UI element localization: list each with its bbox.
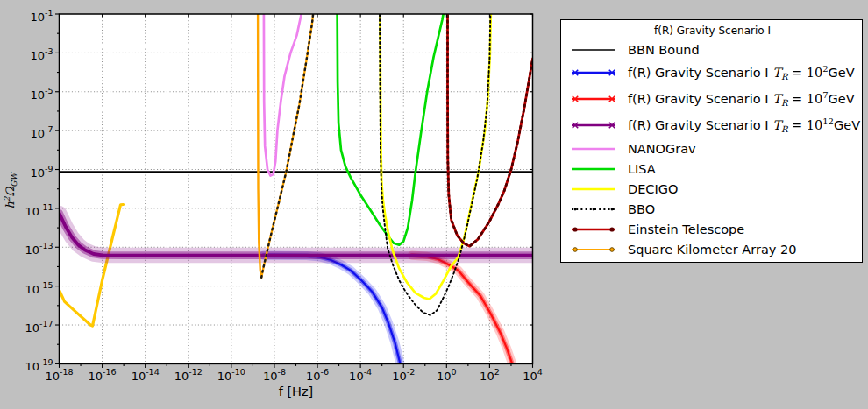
legend-sample-circline [568, 243, 619, 257]
legend-sample-xline [568, 66, 619, 80]
legend-marker [574, 208, 577, 210]
y-axis-label: h2ΩGW [3, 172, 18, 209]
legend-marker [611, 208, 614, 210]
legend-item-9: Square Kilometer Array 20 [568, 239, 857, 259]
plot-area [60, 14, 533, 363]
legend-item-label: DECIGO [628, 182, 678, 196]
legend-marker [593, 208, 595, 210]
legend-item-4: NANOGrav [568, 138, 857, 159]
legend-sample-dotline [568, 222, 619, 236]
legend-sample-dotted [568, 202, 619, 216]
x-tick-label: 10-14 [132, 367, 160, 383]
x-tick-label: 10-2 [392, 367, 415, 383]
figure: 10-1810-1610-1410-1210-1010-810-610-410-… [0, 0, 868, 409]
legend-entries: BBN Boundf(R) Gravity Scenario I TR = 10… [568, 39, 857, 259]
y-tick-label: 10-3 [30, 46, 53, 62]
y-tick-label: 10-5 [30, 86, 53, 102]
legend-item-0: BBN Bound [568, 39, 857, 60]
y-tick-label: 10-11 [25, 202, 53, 218]
legend-item-label: LISA [628, 162, 656, 176]
legend-item-label: Square Kilometer Array 20 [628, 243, 796, 257]
legend-item-6: DECIGO [568, 179, 857, 199]
legend-sample-xline [568, 92, 619, 106]
legend-sample-xline [568, 118, 619, 132]
x-tick-label: 10-10 [217, 367, 245, 383]
legend: f(R) Gravity Scenario I BBN Boundf(R) Gr… [560, 19, 863, 263]
y-tick-label: 10-9 [30, 164, 53, 180]
legend-item-label: f(R) Gravity Scenario I TR = 1012GeV [628, 116, 860, 134]
y-tick-label: 10-1 [30, 8, 53, 24]
legend-marker [573, 247, 578, 251]
legend-marker [609, 227, 614, 231]
legend-item-8: Einstein Telescope [568, 219, 857, 239]
legend-sample-line [568, 142, 619, 156]
x-tick-label: 10-8 [263, 367, 286, 383]
x-tick-label: 10-18 [45, 367, 73, 383]
x-tick-label: 104 [523, 367, 543, 383]
legend-item-7: BBO [568, 199, 857, 219]
legend-sample-line [568, 162, 619, 176]
legend-item-2: f(R) Gravity Scenario I TR = 107GeV [568, 86, 857, 112]
legend-item-5: LISA [568, 159, 857, 179]
y-tick-label: 10-17 [25, 319, 53, 335]
legend-item-label: BBN Bound [628, 43, 700, 57]
y-tick-label: 10-15 [25, 280, 53, 296]
x-tick-label: 10-12 [174, 367, 203, 383]
legend-item-label: f(R) Gravity Scenario I TR = 107GeV [628, 90, 855, 108]
legend-marker [610, 247, 615, 251]
x-tick-label: 10-4 [349, 367, 372, 383]
legend-sample-line [568, 182, 619, 196]
x-axis-label: f [Hz] [279, 384, 314, 398]
legend-item-label: NANOGrav [628, 142, 696, 156]
x-tick-label: 10-16 [89, 367, 117, 383]
legend-title: f(R) Gravity Scenario I [568, 25, 857, 37]
legend-item-3: f(R) Gravity Scenario I TR = 1012GeV [568, 112, 857, 138]
y-tick-label: 10-7 [30, 124, 53, 140]
x-tick-label: 10-6 [306, 367, 329, 383]
legend-marker [573, 227, 577, 231]
legend-item-label: Einstein Telescope [628, 222, 744, 236]
legend-item-label: BBO [628, 202, 655, 216]
legend-sample-line [568, 43, 619, 57]
y-tick-label: 10-13 [25, 241, 53, 257]
legend-item-label: f(R) Gravity Scenario I TR = 102GeV [628, 64, 855, 81]
x-tick-label: 102 [480, 367, 500, 383]
legend-item-1: f(R) Gravity Scenario I TR = 102GeV [568, 60, 857, 86]
x-tick-label: 100 [437, 367, 457, 383]
